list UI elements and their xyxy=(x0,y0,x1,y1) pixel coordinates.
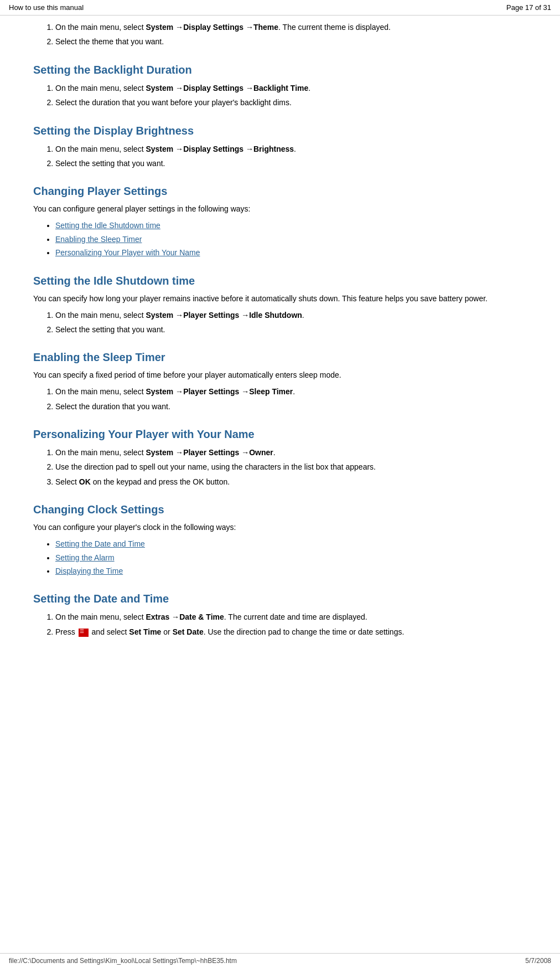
intro-step-2: Select the theme that you want. xyxy=(55,35,527,48)
page-number: Page 17 of 31 xyxy=(506,3,551,12)
brightness-heading: Setting the Display Brightness xyxy=(33,125,527,137)
date-time-heading: Setting the Date and Time xyxy=(33,593,527,605)
idle-shutdown-intro: You can specify how long your player rem… xyxy=(33,293,527,305)
sleep-timer-intro: You can specify a fixed period of time b… xyxy=(33,369,527,381)
idle-step-2: Select the setting that you want. xyxy=(55,323,527,336)
personalize-step-1: On the main menu, select System →Player … xyxy=(55,446,527,459)
player-link-3[interactable]: Personalizing Your Player with Your Name xyxy=(55,246,527,259)
clock-link-1[interactable]: Setting the Date and Time xyxy=(55,538,527,550)
clock-settings-intro: You can configure your player's clock in… xyxy=(33,522,527,533)
main-content: On the main menu, select System →Display… xyxy=(0,16,560,677)
idle-shutdown-list: On the main menu, select System →Player … xyxy=(55,309,527,336)
sleep-step-1: On the main menu, select System →Player … xyxy=(55,385,527,398)
personalize-step-3: Select OK on the keypad and press the OK… xyxy=(55,476,527,488)
intro-step-1: On the main menu, select System →Display… xyxy=(55,21,527,33)
player-link-1[interactable]: Setting the Idle Shutdown time xyxy=(55,219,527,231)
personalize-heading: Personalizing Your Player with Your Name xyxy=(33,428,527,441)
manual-title: How to use this manual xyxy=(9,3,84,12)
menu-icon: ☰ xyxy=(79,629,89,637)
clock-settings-links: Setting the Date and Time Setting the Al… xyxy=(55,538,527,577)
backlight-step-2: Select the duration that you want before… xyxy=(55,96,527,109)
brightness-step-1: On the main menu, select System →Display… xyxy=(55,143,527,155)
idle-shutdown-heading: Setting the Idle Shutdown time xyxy=(33,275,527,287)
date-step-1: On the main menu, select Extras →Date & … xyxy=(55,611,527,623)
player-link-2[interactable]: Enabling the Sleep Timer xyxy=(55,233,527,245)
backlight-heading: Setting the Backlight Duration xyxy=(33,64,527,76)
file-path: file://C:\Documents and Settings\Kim_koo… xyxy=(9,957,237,965)
date-time-list: On the main menu, select Extras →Date & … xyxy=(55,611,527,638)
clock-link-2[interactable]: Setting the Alarm xyxy=(55,552,527,564)
sleep-step-2: Select the duration that you want. xyxy=(55,400,527,413)
brightness-step-2: Select the setting that you want. xyxy=(55,157,527,169)
player-settings-links: Setting the Idle Shutdown time Enabling … xyxy=(55,219,527,259)
brightness-list: On the main menu, select System →Display… xyxy=(55,143,527,170)
sleep-timer-list: On the main menu, select System →Player … xyxy=(55,385,527,413)
personalize-list: On the main menu, select System →Player … xyxy=(55,446,527,488)
backlight-list: On the main menu, select System →Display… xyxy=(55,82,527,109)
backlight-step-1: On the main menu, select System →Display… xyxy=(55,82,527,94)
sleep-timer-heading: Enabling the Sleep Timer xyxy=(33,351,527,364)
intro-list: On the main menu, select System →Display… xyxy=(55,21,527,48)
date-stamp: 5/7/2008 xyxy=(525,957,551,965)
top-bar: How to use this manual Page 17 of 31 xyxy=(0,0,560,16)
clock-link-3[interactable]: Displaying the Time xyxy=(55,565,527,577)
player-settings-intro: You can configure general player setting… xyxy=(33,203,527,215)
clock-settings-heading: Changing Clock Settings xyxy=(33,503,527,516)
bottom-bar: file://C:\Documents and Settings\Kim_koo… xyxy=(0,953,560,968)
personalize-step-2: Use the direction pad to spell out your … xyxy=(55,461,527,473)
player-settings-heading: Changing Player Settings xyxy=(33,185,527,198)
idle-step-1: On the main menu, select System →Player … xyxy=(55,309,527,321)
date-step-2: Press ☰ and select Set Time or Set Date.… xyxy=(55,626,527,638)
